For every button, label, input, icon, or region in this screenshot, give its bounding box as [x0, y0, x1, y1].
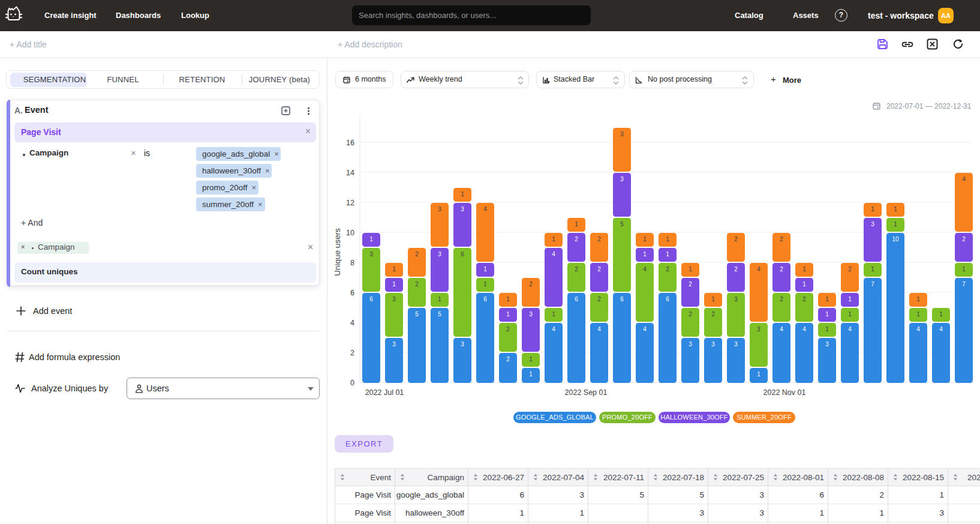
svg-text:2: 2	[689, 311, 692, 318]
svg-text:6: 6	[483, 296, 487, 303]
svg-text:1: 1	[552, 311, 555, 318]
svg-text:1: 1	[506, 296, 510, 303]
svg-text:4: 4	[848, 326, 852, 333]
svg-text:2: 2	[848, 266, 852, 273]
svg-text:10: 10	[892, 236, 899, 242]
svg-text:3: 3	[734, 296, 738, 303]
svg-text:2: 2	[350, 349, 354, 357]
svg-text:1: 1	[483, 266, 487, 273]
svg-text:1: 1	[939, 311, 943, 318]
svg-text:3: 3	[438, 206, 441, 212]
svg-text:1: 1	[871, 206, 874, 212]
svg-text:3: 3	[871, 221, 874, 227]
svg-text:2: 2	[780, 266, 783, 273]
svg-text:2: 2	[529, 281, 533, 288]
svg-text:2: 2	[415, 251, 419, 257]
svg-text:2: 2	[802, 296, 806, 303]
svg-text:1: 1	[643, 236, 647, 242]
svg-text:1: 1	[506, 311, 510, 318]
svg-text:1: 1	[552, 236, 555, 242]
svg-text:1: 1	[802, 266, 806, 273]
svg-text:Unique users: Unique users	[333, 228, 342, 276]
svg-text:3: 3	[711, 341, 715, 348]
svg-text:2: 2	[666, 266, 669, 273]
svg-text:4: 4	[350, 319, 354, 327]
svg-text:2: 2	[506, 326, 510, 333]
svg-text:2: 2	[962, 236, 966, 242]
svg-text:5: 5	[415, 311, 419, 318]
svg-text:6: 6	[620, 296, 624, 303]
svg-text:1: 1	[757, 371, 760, 378]
svg-text:3: 3	[620, 176, 624, 182]
svg-text:1: 1	[802, 281, 806, 288]
svg-text:1: 1	[825, 296, 829, 303]
svg-text:12: 12	[346, 199, 354, 207]
svg-text:2: 2	[415, 281, 419, 288]
svg-text:1: 1	[575, 221, 578, 227]
svg-text:2: 2	[575, 236, 578, 242]
svg-text:6: 6	[369, 296, 373, 303]
svg-text:1: 1	[894, 206, 897, 212]
svg-text:6: 6	[461, 251, 464, 257]
svg-text:2: 2	[575, 266, 578, 273]
svg-text:1: 1	[392, 281, 396, 288]
svg-text:5: 5	[438, 311, 441, 318]
svg-text:1: 1	[689, 266, 692, 273]
svg-text:2: 2	[597, 296, 601, 303]
svg-text:4: 4	[802, 326, 806, 333]
svg-text:1: 1	[369, 236, 373, 242]
svg-text:3: 3	[461, 341, 464, 348]
svg-text:1: 1	[461, 191, 464, 197]
svg-text:1: 1	[711, 296, 715, 303]
svg-text:3: 3	[369, 251, 373, 257]
svg-text:14: 14	[346, 169, 354, 177]
svg-text:4: 4	[552, 251, 555, 257]
svg-text:4: 4	[483, 206, 487, 212]
svg-text:4: 4	[643, 326, 647, 333]
svg-text:5: 5	[620, 221, 624, 227]
svg-text:2: 2	[734, 236, 738, 242]
svg-text:7: 7	[962, 281, 966, 288]
svg-text:1: 1	[529, 356, 533, 363]
svg-text:3: 3	[734, 341, 738, 348]
svg-text:3: 3	[392, 296, 396, 303]
svg-text:2022 Sep 01: 2022 Sep 01	[565, 388, 608, 397]
svg-text:6: 6	[575, 296, 578, 303]
svg-text:1: 1	[825, 326, 829, 333]
svg-text:4: 4	[962, 176, 966, 182]
svg-text:3: 3	[620, 131, 624, 137]
svg-text:8: 8	[350, 259, 354, 267]
svg-text:4: 4	[780, 326, 783, 333]
svg-text:1: 1	[848, 296, 852, 303]
svg-text:4: 4	[916, 326, 920, 333]
svg-text:1: 1	[392, 266, 396, 273]
svg-text:3: 3	[392, 341, 396, 348]
svg-text:4: 4	[939, 326, 943, 333]
svg-text:3: 3	[757, 326, 760, 333]
svg-text:10: 10	[346, 229, 354, 237]
svg-text:3: 3	[438, 251, 441, 257]
svg-text:2022 Nov 01: 2022 Nov 01	[763, 388, 806, 397]
svg-text:6: 6	[666, 296, 669, 303]
svg-text:3: 3	[529, 311, 533, 318]
svg-text:7: 7	[871, 281, 874, 288]
svg-text:2: 2	[597, 236, 601, 242]
svg-text:1: 1	[643, 251, 647, 257]
svg-text:4: 4	[757, 266, 760, 273]
svg-text:2: 2	[689, 281, 692, 288]
svg-text:1: 1	[916, 296, 920, 303]
svg-text:2: 2	[597, 266, 601, 273]
svg-text:1: 1	[483, 281, 487, 288]
svg-text:1: 1	[438, 296, 441, 303]
svg-text:2: 2	[780, 236, 783, 242]
svg-text:4: 4	[552, 326, 555, 333]
svg-text:1: 1	[894, 221, 897, 227]
svg-text:2: 2	[711, 311, 715, 318]
svg-text:4: 4	[643, 266, 647, 273]
svg-text:3: 3	[689, 341, 692, 348]
svg-text:1: 1	[666, 251, 669, 257]
svg-text:0: 0	[350, 379, 354, 387]
svg-text:6: 6	[350, 289, 354, 297]
svg-text:1: 1	[916, 311, 920, 318]
svg-text:2: 2	[780, 296, 783, 303]
